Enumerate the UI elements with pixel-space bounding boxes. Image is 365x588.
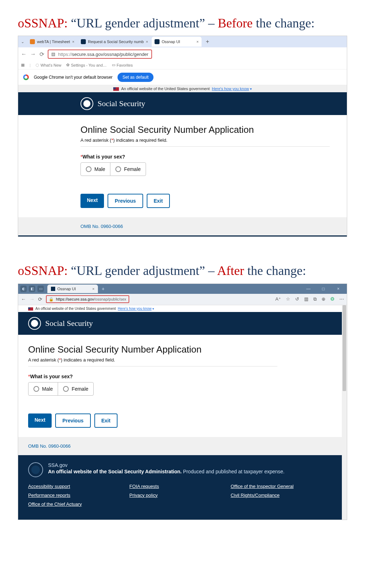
profile-icon[interactable]: ◐	[20, 286, 27, 292]
close-window-icon[interactable]: ×	[331, 285, 345, 293]
heading-prefix: oSSNAP:	[18, 264, 68, 278]
history-icon[interactable]: ↺	[295, 296, 299, 302]
footer-link[interactable]: Privacy policy	[129, 493, 157, 498]
edge-titlebar: ◐ ◧ ▭ Ossnap UI × + — □ ×	[18, 284, 347, 294]
ssa-brand: Social Security	[45, 319, 93, 328]
question-label: *What is your sex?	[28, 374, 347, 379]
url-path: secure.ssa.gov/ossnap/public/gender	[72, 52, 148, 57]
edge-left-icons: ◐ ◧ ▭	[18, 286, 46, 292]
workspaces-icon[interactable]: ◧	[29, 286, 35, 292]
read-aloud-icon[interactable]: A⁺	[275, 296, 281, 302]
radio-male[interactable]: Male	[81, 163, 110, 176]
default-browser-msg: Google Chrome isn't your default browser	[34, 75, 113, 80]
tab-favicon-icon	[51, 287, 55, 291]
next-button[interactable]: Next	[28, 413, 52, 428]
required-note: A red asterisk (*) indicates a required …	[80, 137, 347, 143]
browser-tab[interactable]: webTA | Timesheet ×	[27, 37, 77, 47]
reload-icon[interactable]: ⟳	[40, 51, 44, 58]
tab-title: Ossnap UI	[162, 40, 194, 44]
footer-link[interactable]: Accessibility support	[28, 484, 70, 489]
tab-close-icon[interactable]: ×	[146, 40, 148, 44]
ssa-header: Social Security	[18, 312, 342, 335]
bookmark-item[interactable]: ◌What's New	[36, 63, 61, 67]
gear-icon: ✿	[66, 63, 69, 67]
bookmark-item[interactable]: ✿Settings - You and…	[66, 63, 106, 67]
radio-male[interactable]: Male	[28, 383, 58, 395]
footer-link[interactable]: Performance reports	[28, 493, 71, 498]
tabs-chevron-icon[interactable]: ⌄	[18, 40, 27, 44]
gov-banner: An official website of the United States…	[18, 305, 347, 312]
reload-icon[interactable]: ⟳	[38, 296, 42, 302]
footer-domain: SSA.gov	[48, 462, 285, 468]
lock-icon[interactable]: 🔒	[49, 297, 54, 302]
favorite-icon[interactable]: ☆	[286, 296, 290, 302]
heading-suffix: the change:	[253, 16, 315, 30]
window-controls: — □ ×	[301, 285, 347, 293]
edge-actions: A⁺ ☆ ↺ ▥ ⧉ ⊕ ❂ ⋯	[275, 296, 344, 302]
tab-actions-icon[interactable]: ▭	[37, 286, 44, 292]
heading-quote: “URL gender adjustment” –	[71, 264, 217, 278]
chevron-down-icon[interactable]: ▾	[152, 307, 154, 311]
maximize-icon[interactable]: □	[316, 285, 330, 293]
new-tab-icon[interactable]: +	[202, 38, 213, 45]
forward-icon[interactable]: →	[30, 296, 35, 302]
footer-link[interactable]: Office of the Chief Actuary	[28, 501, 82, 507]
collections-icon[interactable]: ⧉	[313, 296, 317, 302]
next-button[interactable]: Next	[80, 194, 104, 208]
us-flag-icon	[28, 307, 33, 311]
radio-group-sex: Male Female	[28, 382, 94, 396]
minimize-icon[interactable]: —	[301, 285, 316, 293]
ssa-brand: Social Security	[98, 99, 145, 108]
site-settings-icon[interactable]: ▤	[51, 52, 55, 57]
back-icon[interactable]: ←	[21, 51, 27, 57]
ssa-header: Social Security	[18, 92, 347, 115]
tab-close-icon[interactable]: ×	[197, 40, 199, 44]
footer-link[interactable]: Civil Rights/Compliance	[231, 493, 280, 498]
url-bar[interactable]: 🔒 https://secure.ssa.gov/ossnap/public/s…	[46, 295, 129, 303]
forward-icon[interactable]: →	[30, 51, 36, 57]
previous-button[interactable]: Previous	[108, 194, 143, 208]
bookmark-folder[interactable]: ▭Favorites	[112, 63, 133, 67]
previous-button[interactable]: Previous	[55, 413, 90, 428]
bookmarks-bar: ▦ | ◌What's New ✿Settings - You and… ▭Fa…	[18, 61, 347, 69]
exit-button[interactable]: Exit	[147, 194, 170, 208]
scrollbar-thumb[interactable]	[343, 305, 346, 391]
menu-icon[interactable]: ⋯	[339, 296, 344, 302]
split-icon[interactable]: ▥	[304, 296, 308, 302]
browser-tab-active[interactable]: Ossnap UI ×	[47, 285, 98, 293]
browser-tab[interactable]: Request a Social Security numb ×	[78, 37, 151, 47]
new-tab-icon[interactable]: +	[98, 286, 108, 292]
apps-icon[interactable]: ▦	[21, 63, 25, 67]
url-bar[interactable]: ▤ https://secure.ssa.gov/ossnap/public/g…	[48, 50, 152, 59]
gov-banner-link[interactable]: Here's how you know	[212, 87, 249, 91]
tab-close-icon[interactable]: ×	[72, 40, 74, 44]
heading-state: Before	[218, 16, 253, 30]
tab-favicon-icon	[155, 39, 160, 44]
footer-link[interactable]: FOIA requests	[129, 484, 159, 489]
gov-banner-link[interactable]: Here's how you know	[118, 307, 152, 311]
divider	[28, 366, 277, 366]
copilot-icon[interactable]: ❂	[330, 296, 334, 302]
tab-title: Request a Social Security numb	[88, 40, 144, 44]
radio-female[interactable]: Female	[110, 163, 146, 176]
chrome-logo-icon	[23, 74, 29, 80]
page-title: Online Social Security Number Applicatio…	[80, 124, 347, 135]
heading-quote: “URL gender adjustment” –	[71, 16, 218, 30]
button-row: Next Previous Exit	[28, 413, 347, 428]
chevron-down-icon[interactable]: ▾	[250, 87, 252, 91]
browser-tab-active[interactable]: Ossnap UI ×	[152, 37, 202, 47]
exit-button[interactable]: Exit	[94, 413, 118, 428]
extensions-icon[interactable]: ⊕	[322, 296, 325, 302]
scrollbar[interactable]	[342, 305, 347, 520]
url-scheme: https://	[58, 52, 72, 57]
tab-close-icon[interactable]: ×	[92, 287, 94, 291]
chrome-tab-strip: ⌄ webTA | Timesheet × Request a Social S…	[18, 36, 347, 47]
omb-footer: OMB No. 0960-0066	[18, 437, 342, 455]
tab-favicon-icon	[81, 39, 86, 44]
footer-link[interactable]: Office of the Inspector General	[231, 484, 294, 489]
radio-female[interactable]: Female	[58, 383, 93, 395]
chrome-toolbar: ← → ⟳ ▤ https://secure.ssa.gov/ossnap/pu…	[18, 47, 347, 61]
back-icon[interactable]: ←	[21, 296, 26, 302]
set-default-button[interactable]: Set as default	[118, 73, 153, 82]
default-browser-banner: Google Chrome isn't your default browser…	[18, 69, 347, 85]
